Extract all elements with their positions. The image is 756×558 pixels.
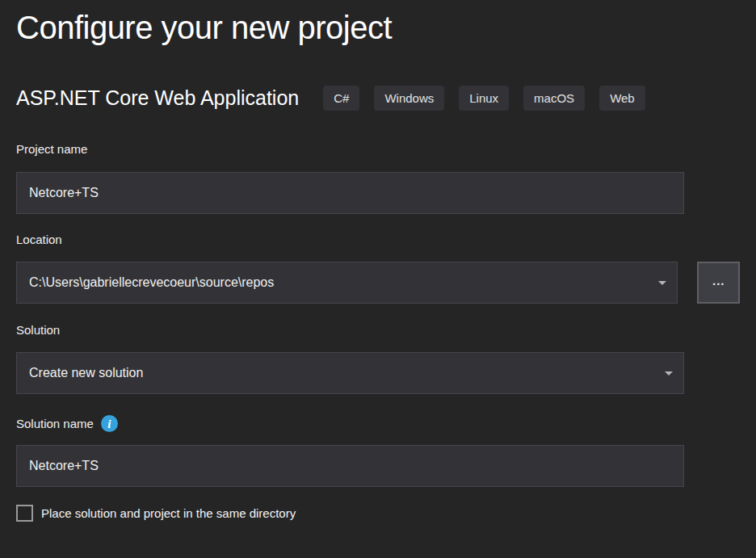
page-title: Configure your new project	[16, 8, 740, 47]
same-directory-checkbox[interactable]	[16, 505, 33, 522]
template-name: ASP.NET Core Web Application	[16, 86, 299, 111]
solution-name-label: Solution name	[16, 417, 94, 431]
solution-row: Create new solution	[16, 352, 740, 394]
location-value: C:\Users\gabriellecrevecoeur\source\repo…	[29, 275, 274, 290]
same-directory-label[interactable]: Place solution and project in the same d…	[41, 506, 296, 520]
tag-web: Web	[599, 86, 645, 111]
chevron-down-icon	[665, 371, 673, 375]
project-name-label: Project name	[16, 142, 740, 157]
solution-name-label-row: Solution name i	[16, 415, 740, 432]
template-row: ASP.NET Core Web Application C# Windows …	[16, 86, 740, 111]
location-combobox[interactable]: C:\Users\gabriellecrevecoeur\source\repo…	[16, 262, 678, 304]
configure-project-page: Configure your new project ASP.NET Core …	[0, 0, 756, 522]
tag-linux: Linux	[459, 86, 509, 111]
solution-name-input[interactable]	[16, 445, 684, 487]
solution-label: Solution	[16, 323, 740, 338]
tag-windows: Windows	[374, 86, 444, 111]
solution-value: Create new solution	[29, 366, 143, 380]
project-name-input[interactable]	[16, 172, 684, 214]
info-icon[interactable]: i	[101, 415, 118, 432]
solution-combobox[interactable]: Create new solution	[16, 352, 684, 394]
browse-button[interactable]: ...	[697, 262, 740, 304]
location-label: Location	[16, 233, 740, 247]
chevron-down-icon	[658, 281, 666, 285]
template-tags: C# Windows Linux macOS Web	[323, 86, 645, 111]
tag-macos: macOS	[523, 86, 585, 111]
same-directory-row[interactable]: Place solution and project in the same d…	[16, 505, 740, 522]
location-row: C:\Users\gabriellecrevecoeur\source\repo…	[16, 262, 740, 304]
tag-csharp: C#	[323, 86, 359, 111]
